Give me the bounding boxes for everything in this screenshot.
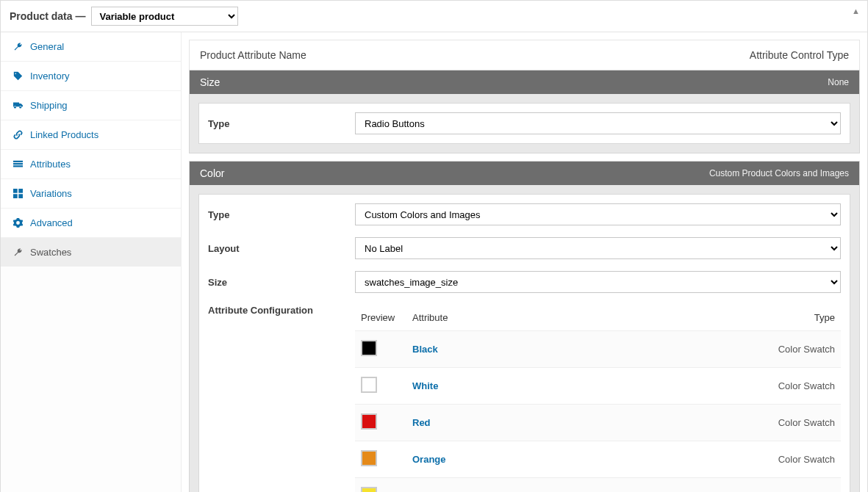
attribute-name: Color [200, 167, 224, 179]
swatch-preview [361, 487, 377, 492]
swatch-type: Color Swatch [584, 478, 841, 493]
content-area: Product Attribute Name Attribute Control… [182, 32, 867, 492]
swatch-attribute-name[interactable]: Black [412, 344, 438, 355]
panel-title: Product data — [10, 10, 85, 22]
field-row-layout: Layout No Label [208, 237, 841, 259]
sidebar-item-general[interactable]: General [1, 32, 181, 61]
size-select[interactable]: swatches_image_size [355, 271, 841, 293]
sidebar-item-variations[interactable]: Variations [1, 178, 181, 208]
sidebar-item-swatches[interactable]: Swatches [1, 237, 181, 267]
type-select[interactable]: Radio Buttons [355, 112, 841, 134]
field-label: Attribute Configuration [208, 305, 355, 316]
field-row-size: Size swatches_image_size [208, 271, 841, 293]
truck-icon [11, 101, 24, 110]
list-icon [11, 159, 24, 169]
wrench-icon [11, 42, 24, 51]
table-row[interactable]: WhiteColor Swatch [355, 368, 841, 405]
table-header-preview: Preview [355, 305, 406, 331]
sidebar-item-shipping[interactable]: Shipping [1, 90, 181, 120]
tag-icon [11, 71, 24, 81]
layout-select[interactable]: No Label [355, 237, 841, 259]
attribute-config-table: Preview Attribute Type BlackColor Swatch… [355, 305, 841, 492]
sidebar-item-label: Swatches [30, 247, 71, 258]
section-header-row: Product Attribute Name Attribute Control… [189, 40, 860, 70]
swatch-preview [361, 413, 377, 430]
table-row[interactable]: RedColor Swatch [355, 405, 841, 441]
type-select[interactable]: Custom Colors and Images [355, 203, 841, 225]
field-label: Type [208, 209, 355, 220]
field-label: Type [208, 118, 355, 129]
swatch-type: Color Swatch [584, 331, 841, 368]
table-header-attribute: Attribute [406, 305, 584, 331]
product-type-select[interactable]: Variable product [91, 7, 238, 26]
table-row[interactable]: YellowColor Swatch [355, 478, 841, 493]
sidebar-item-label: Shipping [30, 100, 68, 111]
column-header-attribute-name: Product Attribute Name [200, 49, 306, 61]
swatch-preview [361, 340, 377, 356]
table-row[interactable]: OrangeColor Swatch [355, 441, 841, 478]
attribute-name: Size [200, 76, 220, 88]
sidebar-item-advanced[interactable]: Advanced [1, 208, 181, 237]
link-icon [11, 130, 24, 140]
swatch-type: Color Swatch [584, 368, 841, 405]
swatch-attribute-name[interactable]: Orange [412, 454, 446, 465]
sidebar-item-label: General [30, 41, 64, 52]
sidebar-item-label: Inventory [30, 70, 69, 82]
field-label: Layout [208, 243, 355, 254]
field-label: Size [208, 277, 355, 288]
wrench-icon [11, 247, 24, 257]
swatch-preview [361, 450, 377, 466]
sidebar-item-label: Variations [30, 188, 72, 199]
sidebar: General Inventory Shipping Linked Produc… [1, 32, 182, 492]
attribute-control-type: None [828, 77, 849, 87]
attribute-section-header[interactable]: Size None [190, 70, 859, 94]
field-row-type: Type Custom Colors and Images [208, 203, 841, 225]
product-data-panel: Product data — Variable product ▲ Genera… [0, 0, 868, 492]
field-row-type: Type Radio Buttons [198, 103, 850, 144]
sidebar-item-label: Advanced [30, 217, 73, 228]
swatch-type: Color Swatch [584, 441, 841, 478]
gear-icon [11, 218, 24, 228]
swatch-preview [361, 377, 377, 393]
sidebar-item-linked-products[interactable]: Linked Products [1, 120, 181, 149]
grid-icon [11, 189, 24, 198]
attribute-control-type: Custom Product Colors and Images [709, 168, 849, 178]
collapse-toggle-icon[interactable]: ▲ [852, 7, 860, 15]
swatch-attribute-name[interactable]: White [412, 380, 438, 391]
sidebar-item-inventory[interactable]: Inventory [1, 61, 181, 90]
field-row-attribute-config: Attribute Configuration Preview Attribut… [208, 305, 841, 492]
attribute-section-header[interactable]: Color Custom Product Colors and Images [190, 162, 859, 185]
table-row[interactable]: BlackColor Swatch [355, 331, 841, 368]
attribute-section-size: Size None Type Radio Buttons [189, 70, 860, 153]
sidebar-item-label: Linked Products [30, 129, 98, 140]
table-header-type: Type [584, 305, 841, 331]
sidebar-item-label: Attributes [30, 159, 71, 170]
swatch-attribute-name[interactable]: Red [412, 417, 431, 428]
column-header-control-type: Attribute Control Type [750, 49, 849, 61]
sidebar-item-attributes[interactable]: Attributes [1, 149, 181, 178]
swatch-type: Color Swatch [584, 405, 841, 441]
attribute-section-color: Color Custom Product Colors and Images T… [189, 161, 860, 492]
panel-header: Product data — Variable product ▲ [1, 1, 867, 32]
